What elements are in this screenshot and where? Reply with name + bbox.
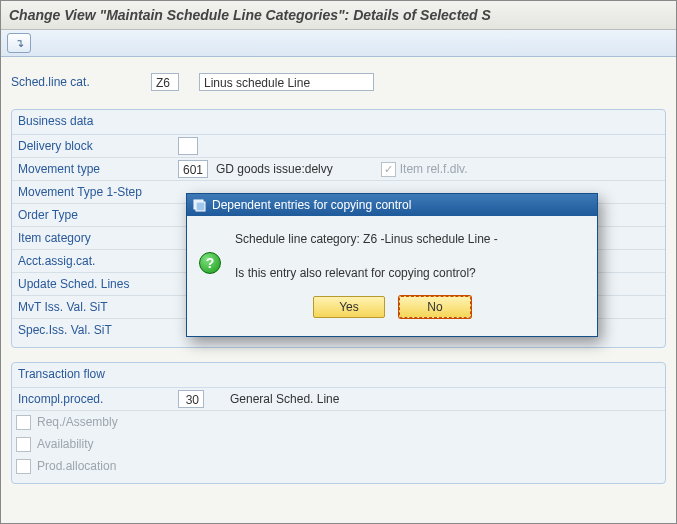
row-incompl-proced: Incompl.proced. 30 General Sched. Line [12, 388, 665, 411]
req-assembly-label: Req./Assembly [31, 415, 118, 429]
business-data-title: Business data [12, 110, 665, 135]
dialog-titlebar: Dependent entries for copying control [187, 194, 597, 216]
spec-iss-val-sit-label: Spec.Iss. Val. SiT [16, 323, 178, 337]
toolbar: ↴ [1, 30, 676, 57]
delivery-block-field[interactable] [178, 137, 198, 155]
availability-label: Availability [31, 437, 93, 451]
toolbar-button-icon: ↴ [15, 37, 24, 50]
no-button-label: No [427, 300, 442, 314]
sched-line-cat-label: Sched.line cat. [11, 75, 131, 89]
incompl-proced-desc: General Sched. Line [230, 392, 339, 406]
delivery-block-label: Delivery block [16, 139, 178, 153]
movement-type-value[interactable]: 601 [178, 160, 208, 178]
copying-control-dialog: Dependent entries for copying control ? … [186, 193, 598, 337]
dialog-text: Schedule line category: Z6 -Linus schedu… [235, 230, 585, 280]
prod-allocation-checkbox [16, 459, 31, 474]
order-type-label: Order Type [16, 208, 178, 222]
mvt-iss-val-sit-label: MvT Iss. Val. SiT [16, 300, 178, 314]
row-movement-type: Movement type 601 GD goods issue:delvy ✓… [12, 158, 665, 181]
yes-button-label: Yes [339, 300, 359, 314]
window-title-text: Change View "Maintain Schedule Line Cate… [9, 7, 491, 23]
dialog-title-icon [193, 199, 206, 212]
item-rel-dlv-label: Item rel.f.dlv. [400, 162, 468, 176]
movement-type-desc: GD goods issue:delvy [216, 162, 333, 176]
incompl-proced-label: Incompl.proced. [16, 392, 178, 406]
incompl-proced-value[interactable]: 30 [178, 390, 204, 408]
svg-rect-1 [196, 202, 205, 211]
dialog-line2: Is this entry also relevant for copying … [235, 266, 585, 280]
window: Change View "Maintain Schedule Line Cate… [0, 0, 677, 524]
update-sched-lines-label: Update Sched. Lines [16, 277, 178, 291]
yes-button[interactable]: Yes [313, 296, 385, 318]
row-prod-allocation: Prod.allocation [12, 455, 665, 477]
window-title: Change View "Maintain Schedule Line Cate… [1, 1, 676, 30]
movement-type-label: Movement type [16, 162, 178, 176]
row-availability: Availability [12, 433, 665, 455]
row-req-assembly: Req./Assembly [12, 411, 665, 433]
dialog-body: ? Schedule line category: Z6 -Linus sche… [187, 216, 597, 290]
dialog-line1: Schedule line category: Z6 -Linus schedu… [235, 232, 585, 246]
transaction-flow-title: Transaction flow [12, 363, 665, 388]
sched-line-cat-value[interactable]: Z6 [151, 73, 179, 91]
row-delivery-block: Delivery block [12, 135, 665, 158]
item-rel-dlv-checkbox: ✓ [381, 162, 396, 177]
transaction-flow-group: Transaction flow Incompl.proced. 30 Gene… [11, 362, 666, 484]
no-button[interactable]: No [399, 296, 471, 318]
req-assembly-checkbox [16, 415, 31, 430]
availability-checkbox [16, 437, 31, 452]
sched-line-cat-desc[interactable]: Linus schedule Line [199, 73, 374, 91]
movement-type-1step-label: Movement Type 1-Step [16, 185, 178, 199]
acct-assig-cat-label: Acct.assig.cat. [16, 254, 178, 268]
header-row: Sched.line cat. Z6 Linus schedule Line [11, 73, 666, 91]
dialog-title-text: Dependent entries for copying control [212, 198, 411, 212]
question-icon: ? [199, 252, 221, 274]
dialog-buttons: Yes No [187, 290, 597, 336]
prod-allocation-label: Prod.allocation [31, 459, 116, 473]
toolbar-button[interactable]: ↴ [7, 33, 31, 53]
item-category-label: Item category [16, 231, 178, 245]
